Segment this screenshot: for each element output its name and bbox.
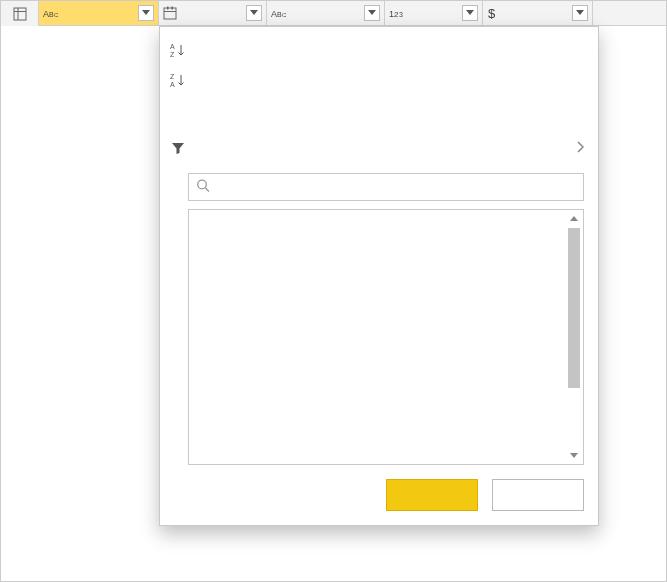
checklist-scrollbar[interactable]	[567, 212, 581, 462]
column-filter-button[interactable]	[138, 5, 154, 21]
svg-text:A: A	[170, 81, 175, 88]
cancel-button[interactable]	[492, 479, 584, 511]
filter-checklist	[188, 209, 584, 465]
svg-rect-9	[172, 7, 174, 10]
sort-descending-icon: ZA	[168, 72, 188, 88]
column-header-country[interactable]: ABC	[267, 1, 385, 25]
ok-button[interactable]	[386, 479, 478, 511]
svg-text:C: C	[54, 12, 59, 18]
column-header-units[interactable]: 123	[385, 1, 483, 25]
column-header-source-name[interactable]: ABC	[39, 1, 159, 25]
column-filter-button[interactable]	[246, 5, 262, 21]
remove-empty-item[interactable]	[160, 103, 598, 133]
scroll-up-icon[interactable]	[567, 212, 581, 226]
filter-button-row	[160, 479, 584, 511]
sort-ascending-item[interactable]: AZ	[160, 35, 598, 65]
svg-point-21	[198, 180, 207, 189]
text-type-icon: ABC	[271, 6, 287, 20]
svg-line-22	[205, 188, 209, 192]
text-type-icon: ABC	[43, 6, 59, 20]
column-filter-button[interactable]	[462, 5, 478, 21]
chevron-right-icon	[576, 141, 584, 156]
svg-rect-6	[164, 8, 176, 19]
sort-descending-item[interactable]: ZA	[160, 65, 598, 95]
sort-ascending-icon: AZ	[168, 42, 188, 58]
svg-text:3: 3	[399, 11, 403, 18]
search-icon	[196, 179, 210, 196]
svg-text:Z: Z	[170, 51, 175, 58]
svg-text:C: C	[282, 12, 287, 18]
column-header-date[interactable]	[159, 1, 267, 25]
filter-search-wrap	[188, 173, 584, 201]
date-type-icon	[163, 6, 177, 20]
svg-text:Z: Z	[170, 73, 175, 80]
svg-rect-8	[167, 7, 169, 10]
column-header-row: ABC ABC 123 $	[1, 1, 666, 26]
column-filter-popup: AZ ZA	[159, 26, 599, 526]
table-corner[interactable]	[1, 1, 39, 26]
svg-text:A: A	[170, 43, 175, 50]
filter-search-input[interactable]	[188, 173, 584, 201]
column-filter-button[interactable]	[572, 5, 588, 21]
filter-icon	[168, 141, 188, 155]
svg-rect-0	[14, 8, 26, 20]
column-filter-button[interactable]	[364, 5, 380, 21]
currency-type-icon: $	[487, 6, 499, 20]
scroll-down-icon[interactable]	[567, 448, 581, 462]
integer-type-icon: 123	[389, 6, 405, 20]
svg-text:$: $	[488, 6, 496, 20]
scroll-thumb[interactable]	[568, 228, 580, 388]
text-filters-item[interactable]	[160, 133, 598, 163]
column-header-revenue[interactable]: $	[483, 1, 593, 25]
